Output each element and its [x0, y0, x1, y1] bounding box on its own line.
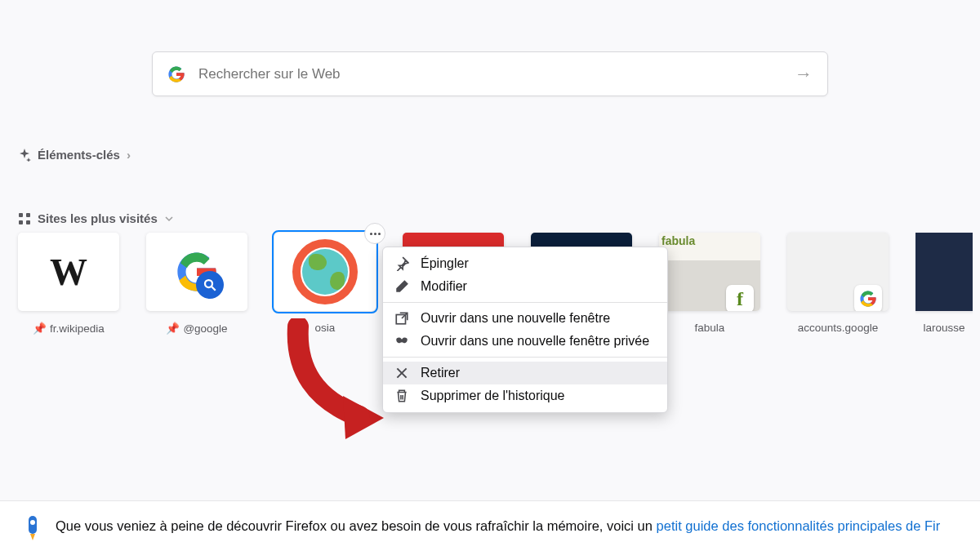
tile-wikipedia[interactable]: W 📌 fr.wikipedia — [18, 233, 119, 335]
external-window-icon — [394, 311, 409, 326]
menu-label: Supprimer de l'historique — [421, 389, 564, 403]
svg-rect-2 — [19, 220, 23, 224]
top-sites-label: Sites les plus visités — [38, 211, 158, 225]
pencil-icon — [394, 279, 409, 294]
chevron-right-icon: › — [127, 148, 131, 162]
mask-icon — [394, 334, 409, 349]
menu-label: Ouvrir dans une nouvelle fenêtre privée — [421, 334, 649, 349]
menu-label: Ouvrir dans une nouvelle fenêtre — [421, 311, 610, 326]
menu-private-window[interactable]: Ouvrir dans une nouvelle fenêtre privée — [383, 330, 667, 353]
top-sites-header[interactable]: Sites les plus visités — [18, 211, 174, 225]
grid-icon — [18, 212, 31, 225]
tile-larousse[interactable]: larousse — [915, 233, 973, 334]
tile-accounts-google[interactable]: accounts.google — [787, 233, 889, 334]
menu-label: Modifier — [421, 279, 467, 294]
fabula-icon: f — [737, 288, 743, 310]
search-input[interactable] — [198, 66, 795, 82]
svg-line-5 — [212, 287, 216, 291]
menu-separator — [383, 357, 667, 358]
footer-link[interactable]: petit guide des fonctionnalités principa… — [657, 518, 941, 533]
google-g-icon — [859, 290, 877, 308]
fabula-thumbnail-text: fabula — [662, 234, 695, 247]
elements-cles-label: Éléments-clés — [38, 148, 120, 162]
tile-menu-button[interactable] — [364, 223, 385, 244]
tile-label: @google — [183, 322, 227, 335]
tile-context-menu: Épingler Modifier Ouvrir dans une nouvel… — [382, 247, 668, 413]
pin-icon — [394, 256, 409, 271]
tile-google[interactable]: 📌 @google — [146, 233, 247, 335]
svg-rect-0 — [19, 213, 23, 217]
rocket-icon — [23, 513, 42, 540]
menu-edit[interactable]: Modifier — [383, 275, 667, 298]
footer-text: Que vous veniez à peine de découvrir Fir… — [56, 518, 940, 534]
chevron-down-icon — [164, 214, 174, 224]
google-logo-icon — [167, 65, 185, 83]
submit-arrow-icon[interactable]: → — [795, 64, 813, 85]
tile-label: fabula — [695, 322, 725, 334]
svg-point-10 — [30, 520, 35, 525]
search-bar[interactable]: → — [152, 51, 828, 96]
sparkle-icon — [18, 149, 31, 162]
tile-fabula[interactable]: fabula f fabula — [659, 233, 760, 334]
svg-rect-1 — [26, 213, 30, 217]
search-badge-icon — [196, 271, 224, 299]
svg-rect-3 — [26, 220, 30, 224]
pin-icon: 📌 — [33, 322, 47, 335]
pin-icon: 📌 — [166, 322, 180, 335]
menu-delete-history[interactable]: Supprimer de l'historique — [383, 384, 667, 407]
tile-label: fr.wikipedia — [50, 322, 105, 335]
menu-separator — [383, 302, 667, 303]
menu-label: Retirer — [421, 366, 460, 380]
onboarding-footer: Que vous veniez à peine de découvrir Fir… — [0, 500, 980, 551]
menu-remove[interactable]: Retirer — [383, 362, 667, 384]
menu-label: Épingler — [421, 256, 469, 271]
elements-cles-header[interactable]: Éléments-clés › — [18, 148, 131, 162]
svg-point-4 — [205, 280, 212, 287]
tile-label: larousse — [923, 322, 964, 334]
tile-label: accounts.google — [798, 322, 878, 334]
trash-icon — [394, 389, 409, 403]
menu-pin[interactable]: Épingler — [383, 252, 667, 275]
annotation-arrow-icon — [282, 318, 396, 441]
wikipedia-icon: W — [50, 251, 87, 294]
ecosia-icon — [292, 239, 358, 304]
close-icon — [394, 366, 409, 380]
menu-new-window[interactable]: Ouvrir dans une nouvelle fenêtre — [383, 307, 667, 330]
